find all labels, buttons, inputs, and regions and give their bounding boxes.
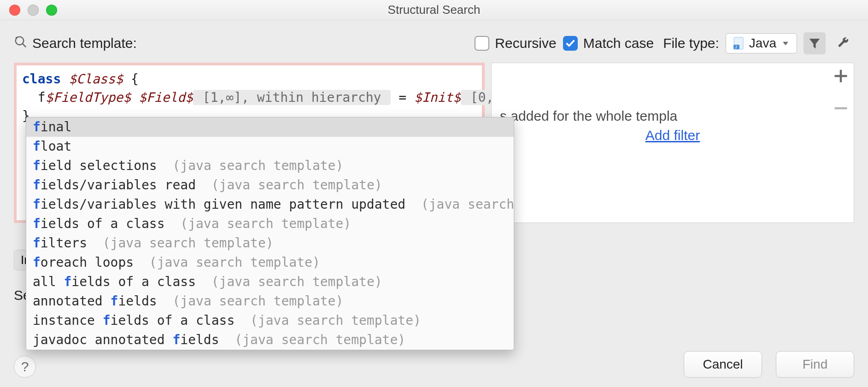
svg-line-1 bbox=[23, 43, 26, 47]
header-row: Search template: Recursive Match case Fi… bbox=[14, 32, 854, 54]
cancel-button[interactable]: Cancel bbox=[684, 351, 762, 378]
code-constraint: [1,∞], within hierarchy bbox=[193, 90, 391, 105]
titlebar: Structural Search bbox=[0, 0, 868, 20]
add-filter-button[interactable] bbox=[833, 68, 849, 84]
completion-item-text: ields/variables read bbox=[41, 176, 196, 195]
code-text: { bbox=[123, 71, 139, 87]
completion-item-pretext: instance bbox=[33, 311, 103, 330]
completion-item-match-char: f bbox=[33, 137, 41, 156]
recursive-label: Recursive bbox=[495, 35, 556, 51]
code-keyword: class bbox=[22, 71, 61, 87]
code-text: = bbox=[391, 90, 414, 105]
completion-item[interactable]: final bbox=[26, 117, 514, 137]
completion-item-match-char: f bbox=[33, 156, 41, 176]
java-file-icon: J bbox=[733, 37, 745, 50]
completion-item-match-char: f bbox=[64, 272, 71, 292]
code-var: $Class$ bbox=[61, 71, 123, 87]
completion-item-text: loat bbox=[41, 137, 71, 156]
completion-item[interactable]: javadoc annotated fields (java search te… bbox=[26, 330, 514, 350]
recursive-checkbox[interactable]: Recursive bbox=[475, 35, 556, 51]
completion-item-match-char: f bbox=[111, 292, 118, 311]
checkbox-box-checked bbox=[563, 36, 578, 51]
code-var: $Field$ bbox=[139, 90, 193, 105]
completion-item[interactable]: field selections (java search template) bbox=[26, 156, 514, 176]
completion-item[interactable]: annotated fields (java search template) bbox=[26, 292, 514, 311]
completion-item-text: ields of a class bbox=[111, 311, 235, 330]
add-filter-link[interactable]: Add filter bbox=[492, 128, 854, 143]
chevron-down-icon bbox=[781, 39, 790, 48]
completion-item-suffix: (java search template) bbox=[134, 253, 320, 272]
funnel-icon bbox=[808, 36, 821, 50]
matchcase-label: Match case bbox=[583, 35, 654, 51]
completion-item-suffix: (java search template) bbox=[235, 311, 421, 330]
completion-item-pretext: annotated bbox=[33, 292, 111, 311]
completion-item-text: oreach loops bbox=[41, 253, 134, 272]
plus-icon bbox=[833, 68, 849, 84]
completion-item[interactable]: all fields of a class (java search templ… bbox=[26, 272, 514, 292]
completion-item-text: ields bbox=[180, 330, 219, 350]
completion-item-match-char: f bbox=[33, 253, 41, 272]
window-title: Structural Search bbox=[0, 3, 868, 17]
dialog-body: Search template: Recursive Match case Fi… bbox=[0, 20, 868, 387]
svg-marker-5 bbox=[783, 42, 788, 46]
code-var: $Init$ bbox=[414, 90, 461, 105]
code-var: $FieldType$ bbox=[46, 90, 131, 105]
minus-icon bbox=[833, 100, 849, 117]
structural-search-window: Structural Search Search template: Recur… bbox=[0, 0, 868, 387]
dialog-footer: Cancel Find bbox=[684, 351, 854, 378]
code-text bbox=[131, 90, 139, 105]
completion-item-suffix: (java search template) bbox=[196, 272, 382, 292]
completion-item[interactable]: filters (java search template) bbox=[26, 234, 514, 253]
completion-item-match-char: f bbox=[33, 214, 41, 234]
filter-hint-text: s added for the whole templa bbox=[492, 70, 854, 124]
completion-item-match-char: f bbox=[103, 311, 111, 330]
completion-item-text: ields of a class bbox=[41, 214, 165, 234]
completion-item-text: ields bbox=[118, 292, 157, 311]
completion-item-text: ields of a class bbox=[71, 272, 196, 292]
svg-point-0 bbox=[16, 36, 24, 45]
filetype-label: File type: bbox=[663, 35, 719, 51]
completion-item-match-char: f bbox=[33, 234, 41, 253]
filter-panel: s added for the whole templa Add filter bbox=[491, 63, 854, 223]
completion-item[interactable]: fields/variables read (java search templ… bbox=[26, 176, 514, 195]
svg-text:J: J bbox=[735, 45, 737, 49]
filter-panel-toolbar bbox=[833, 68, 849, 117]
svg-marker-6 bbox=[809, 39, 820, 48]
help-button[interactable]: ? bbox=[14, 356, 36, 378]
code-text: f bbox=[22, 90, 46, 105]
completion-item-suffix: (java search template) bbox=[196, 176, 382, 195]
completion-item[interactable]: fields/variables with given name pattern… bbox=[26, 195, 514, 214]
completion-item-suffix: (java search template) bbox=[87, 234, 274, 253]
completion-item-match-char: f bbox=[172, 330, 180, 350]
tools-button[interactable] bbox=[832, 32, 854, 54]
completion-item-suffix: (java search template) bbox=[157, 292, 344, 311]
search-template-label: Search template: bbox=[32, 35, 137, 51]
completion-item[interactable]: fields of a class (java search template) bbox=[26, 214, 514, 234]
search-template-label-group: Search template: bbox=[14, 35, 137, 52]
filter-panel-toggle[interactable] bbox=[803, 32, 826, 54]
matchcase-checkbox[interactable]: Match case bbox=[563, 35, 654, 51]
completion-popup[interactable]: finalfloatfield selections (java search … bbox=[26, 117, 514, 350]
search-icon bbox=[14, 35, 28, 52]
completion-item[interactable]: instance fields of a class (java search … bbox=[26, 311, 514, 330]
remove-filter-button[interactable] bbox=[833, 100, 849, 117]
completion-item-text: inal bbox=[41, 117, 71, 137]
completion-item-text: ilters bbox=[41, 234, 87, 253]
completion-item-suffix: (java search template) bbox=[405, 195, 514, 214]
completion-item-pretext: all bbox=[33, 272, 64, 292]
completion-item-suffix: (java search template) bbox=[165, 214, 352, 234]
completion-item-suffix: (java search template) bbox=[219, 330, 406, 350]
checkbox-box bbox=[475, 36, 489, 51]
completion-item[interactable]: float bbox=[26, 137, 514, 156]
filetype-select[interactable]: J Java bbox=[726, 33, 797, 53]
find-button[interactable]: Find bbox=[776, 351, 854, 378]
filetype-value: Java bbox=[749, 36, 776, 51]
completion-item-text: ield selections bbox=[41, 156, 157, 176]
completion-item-match-char: f bbox=[33, 176, 41, 195]
wrench-icon bbox=[836, 36, 850, 50]
completion-item-suffix: (java search template) bbox=[157, 156, 344, 176]
completion-item-pretext: javadoc annotated bbox=[33, 330, 172, 350]
completion-item-match-char: f bbox=[33, 195, 41, 214]
completion-item-text: ields/variables with given name pattern … bbox=[41, 195, 405, 214]
completion-item[interactable]: foreach loops (java search template) bbox=[26, 253, 514, 272]
